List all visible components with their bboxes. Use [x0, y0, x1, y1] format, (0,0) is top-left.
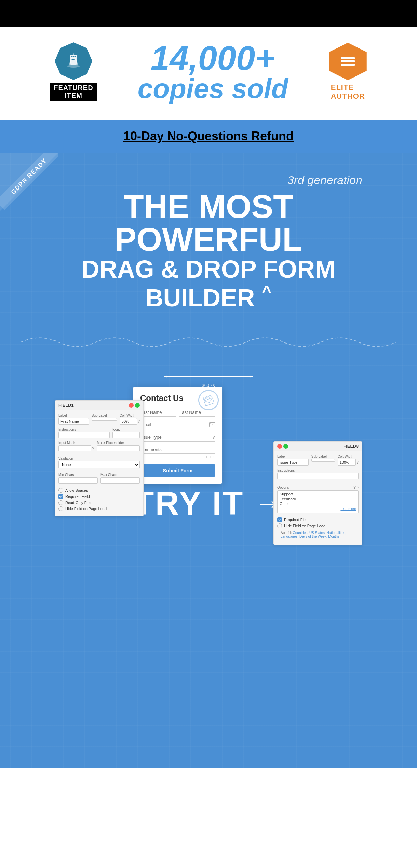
- label-label-r: Label: [277, 454, 309, 458]
- field-panel-left-header: FIELD1: [55, 401, 143, 410]
- copies-count: 14,000+: [138, 41, 288, 75]
- required-field-label-r: Required Field: [284, 518, 309, 522]
- options-row: Options ? ›: [277, 484, 359, 490]
- readonly-label: Read-Only Field: [65, 501, 92, 505]
- colwidth-label-r: Col. Width: [338, 454, 359, 458]
- field-panel-right-header: FIELD8: [274, 442, 362, 451]
- svg-rect-2: [71, 56, 76, 57]
- svg-point-0: [67, 65, 80, 68]
- featured-icon: [55, 42, 92, 80]
- required-field-label-left: Required Field: [65, 494, 90, 499]
- featured-label: FEATURED ITEM: [50, 83, 96, 101]
- readonly-checkbox[interactable]: [58, 500, 63, 505]
- field8-title: FIELD8: [343, 444, 359, 449]
- char-count: 0 / 100: [140, 455, 215, 459]
- top-bar: [0, 0, 417, 27]
- hide-page-label-left: Hide Field on Page Load: [65, 507, 107, 511]
- elite-hexagon: [329, 43, 367, 80]
- minchars-input[interactable]: [58, 477, 98, 484]
- options-item-2: Feedback: [280, 497, 356, 501]
- field8-body: Label Issue Type Sub Label Col. Width 10…: [274, 451, 362, 545]
- options-item-3: Other: [280, 502, 356, 506]
- colwidth-help-icon-r: ?: [357, 460, 359, 464]
- instructions-input-r[interactable]: [277, 473, 359, 479]
- elite-author-badge: ELITE AUTHOR: [329, 43, 367, 101]
- maxchars-input[interactable]: [100, 477, 140, 484]
- form-builder-demo: ◄ ► 360PX FIELD1 Label First Name: [55, 373, 362, 389]
- email-field-contact[interactable]: Email: [140, 421, 215, 429]
- submit-button[interactable]: Submit Form: [140, 464, 215, 477]
- elite-label: ELITE AUTHOR: [331, 83, 365, 101]
- contact-form-wrapper: EMAIL Contact Us First Name Last Name Em…: [133, 387, 222, 484]
- colwidth-value-r[interactable]: 100%: [338, 459, 356, 466]
- hero-title-line2: DRAG & DROP FORM BUILDER ^: [27, 256, 390, 311]
- label-label: Label: [58, 414, 89, 417]
- icon-label-left: Icon:: [112, 428, 140, 431]
- svg-rect-7: [341, 64, 355, 66]
- firstname-field[interactable]: First Name: [140, 408, 176, 417]
- colwidth-help-icon: ?: [138, 419, 140, 423]
- allow-spaces-checkbox[interactable]: [58, 488, 63, 493]
- field1-body: Label First Name Sub Label Col. Width 50…: [55, 410, 143, 516]
- contact-form-card: EMAIL Contact Us First Name Last Name Em…: [133, 387, 222, 484]
- inputmask-label: Input Mask: [58, 441, 94, 445]
- allow-spaces-label: Allow Spaces: [65, 488, 88, 492]
- maxchars-label: Max Chars: [100, 473, 140, 477]
- hero-title: THE MOST POWERFUL DRAG & DROP FORM BUILD…: [0, 187, 417, 311]
- gdpr-ribbon: GDPR READY: [0, 153, 58, 211]
- sublabel-label: Sub Label: [92, 414, 117, 417]
- panel-left-expand[interactable]: [135, 403, 140, 408]
- field-panel-right[interactable]: FIELD8 Label Issue Type Sub Label Col. W…: [273, 441, 362, 545]
- featured-badge: FEATURED ITEM: [50, 42, 96, 101]
- hide-page-checkbox-left[interactable]: [58, 506, 63, 511]
- hide-page-label-r: Hide Field on Page Load: [284, 524, 325, 528]
- instructions-input-left[interactable]: [58, 432, 110, 438]
- comments-field[interactable]: Comments: [140, 446, 215, 454]
- minchars-label: Min Chars: [58, 473, 98, 477]
- options-label: Options: [277, 486, 289, 489]
- validation-label: Validation: [58, 457, 140, 460]
- maskplaceholder-label: Mask Placeholder: [97, 441, 140, 445]
- hero-section: GDPR READY 3rd generation THE MOST POWER…: [0, 153, 417, 768]
- colwidth-value[interactable]: 50%: [120, 418, 137, 425]
- allow-spaces-row: Allow Spaces: [58, 488, 140, 493]
- hero-title-line1: THE MOST POWERFUL: [27, 190, 390, 256]
- svg-rect-5: [341, 57, 355, 59]
- icon-input-left[interactable]: [112, 432, 140, 438]
- readonly-row: Read-Only Field: [58, 500, 140, 505]
- hero-subtitle: 3rd generation: [0, 153, 417, 187]
- issue-type-field[interactable]: Issue Type ∨: [140, 433, 215, 442]
- maskplaceholder-input[interactable]: [97, 445, 140, 451]
- autofill-text: Autofill: Countries, US States, National…: [277, 530, 359, 541]
- panel-left-close[interactable]: [129, 403, 134, 408]
- field1-title: FIELD1: [58, 403, 74, 408]
- sublabel-value-r[interactable]: [311, 459, 335, 462]
- inputmask-input[interactable]: [58, 445, 91, 451]
- options-icons: ? ›: [353, 485, 359, 490]
- instructions-label-left: Instructions: [58, 428, 110, 431]
- panel-right-expand[interactable]: [283, 444, 288, 449]
- required-field-checkbox-r[interactable]: [277, 517, 282, 522]
- sublabel-value[interactable]: [92, 418, 117, 421]
- required-field-row-r: Required Field: [277, 517, 359, 522]
- sublabel-label-r: Sub Label: [311, 454, 335, 458]
- options-item-1: Support: [280, 492, 356, 496]
- panel-right-close[interactable]: [277, 444, 282, 449]
- required-field-checkbox-left[interactable]: [58, 494, 63, 499]
- gdpr-text: GDPR READY: [0, 153, 58, 210]
- read-more-link[interactable]: read more: [340, 507, 356, 511]
- field-panel-left[interactable]: FIELD1 Label First Name Sub Label: [55, 400, 144, 516]
- hide-page-checkbox-r[interactable]: [277, 523, 282, 528]
- svg-rect-6: [341, 60, 355, 62]
- copies-sold: 14,000+ copies sold: [138, 41, 288, 102]
- refund-text: 10-Day No-Questions Refund: [123, 129, 294, 143]
- hide-page-row-r: Hide Field on Page Load: [277, 523, 359, 528]
- required-field-row-left: Required Field: [58, 494, 140, 499]
- colwidth-label: Col. Width: [120, 414, 140, 417]
- label-value-r[interactable]: Issue Type: [277, 459, 309, 466]
- instructions-label-r: Instructions: [277, 468, 359, 472]
- refund-banner: 10-Day No-Questions Refund: [0, 120, 417, 153]
- validation-select[interactable]: None: [58, 461, 140, 468]
- label-value[interactable]: First Name: [58, 418, 89, 425]
- copies-label: copies sold: [138, 75, 288, 102]
